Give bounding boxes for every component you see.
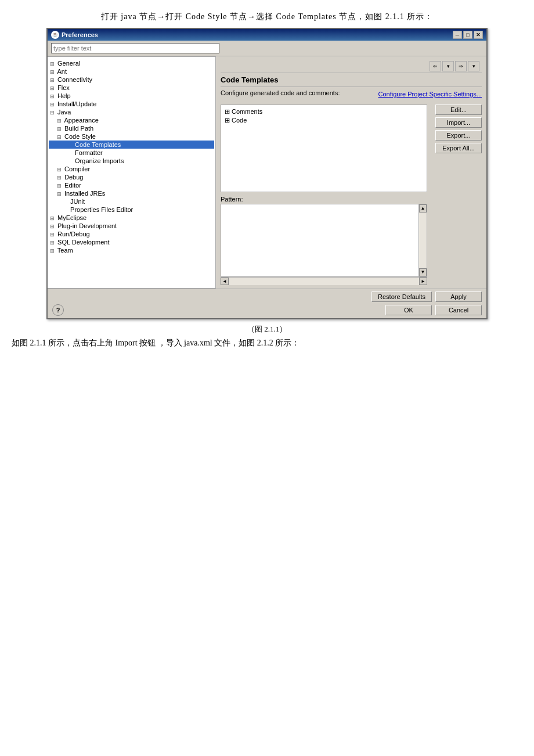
expander-icon: ⊞ [50,215,56,221]
tree-label: Appearance [64,117,98,124]
scroll-left-btn[interactable]: ◄ [221,278,229,285]
home-toolbar-btn[interactable]: ⇒ [455,61,467,71]
tree-label: Install/Update [57,100,96,107]
tree-item-ant[interactable]: ⊞ Ant [49,67,214,75]
expander-icon: ⊞ [57,118,63,124]
tree-item-run-debug[interactable]: ⊞ Run/Debug [49,230,214,238]
scroll-up-btn[interactable]: ▲ [419,204,427,213]
code-tree-code[interactable]: ⊞ Code [223,116,424,125]
restore-defaults-button[interactable]: Restore Defaults [371,291,432,302]
tree-label: General [57,60,80,67]
footer-row1: Restore Defaults Apply [52,291,482,302]
toolbar-area: ⇐ ▾ ⇒ ▾ [221,60,482,73]
cancel-button[interactable]: Cancel [435,305,482,315]
apply-button[interactable]: Apply [435,291,482,302]
tree-item-general[interactable]: ⊞ General [49,59,214,67]
vertical-scrollbar[interactable]: ▲ ▼ [418,204,427,277]
tree-label: Java [57,109,71,116]
edit-button[interactable]: Edit... [435,105,482,115]
dialog-main: ⊞ General ⊞ Ant ⊞ Connectivity ⊞ Flex ⊞ [48,56,486,289]
code-tree: ⊞ Comments ⊞ Code [221,105,427,192]
expander-icon: ⊞ [225,117,230,124]
tree-item-connectivity[interactable]: ⊞ Connectivity [49,75,214,84]
expander-icon: ⊞ [57,175,63,181]
dialog-title: Preferences [62,31,98,38]
header-text: 打开 java 节点→打开 Code Style 节点→选择 Code Temp… [12,12,522,22]
forward-toolbar-btn[interactable]: ▾ [442,61,454,71]
content-panel: ⇐ ▾ ⇒ ▾ Code Templates Configure generat… [216,56,486,289]
tree-label: Code [232,117,247,124]
tree-label: Comments [232,108,262,115]
tree-item-prop-files-editor[interactable]: Properties Files Editor [49,206,214,214]
content-title: Code Templates [221,75,482,87]
tree-label: Properties Files Editor [70,206,133,213]
tree-item-compiler[interactable]: ⊞ Compiler [49,165,214,173]
import-button[interactable]: Import... [435,117,482,128]
expander-icon: ⊞ [57,191,63,197]
tree-label: Help [57,92,71,99]
tree-item-editor[interactable]: ⊞ Editor [49,181,214,189]
tree-label: Installed JREs [64,190,105,197]
minimize-button[interactable]: ─ [453,31,462,39]
export-button[interactable]: Export... [435,130,482,141]
tree-item-organize-imports[interactable]: Organize Imports [49,157,214,165]
dialog-titlebar: ☕ Preferences ─ □ ✕ [48,29,486,41]
tree-label: Formatter [75,149,103,156]
horizontal-scrollbar[interactable]: ◄ ► [221,277,427,285]
tree-label: Plug-in Development [57,222,117,229]
tree-item-flex[interactable]: ⊞ Flex [49,84,214,92]
tree-item-myeclipse[interactable]: ⊞ MyEclipse [49,214,214,222]
expander-icon: ⊞ [50,102,56,107]
tree-label: Ant [57,68,67,75]
filter-row [48,41,486,56]
tree-item-help[interactable]: ⊞ Help [49,92,214,100]
ok-button[interactable]: OK [385,305,432,315]
code-area-row: ⊞ Comments ⊞ Code Pattern: [221,105,482,285]
tree-item-appearance[interactable]: ⊞ Appearance [49,116,214,124]
tree-item-formatter[interactable]: Formatter [49,149,214,157]
action-buttons: Edit... Import... Export... Export All..… [435,105,482,285]
pattern-box[interactable]: ▲ ▼ [221,204,427,278]
tree-item-java[interactable]: ⊟ Java [49,108,214,116]
tree-item-code-style[interactable]: ⊟ Code Style [49,132,214,141]
expander-icon: ⊞ [50,248,56,254]
filter-input[interactable] [51,43,219,53]
expander-icon: ⊞ [50,69,56,75]
scroll-right-btn[interactable]: ► [419,278,427,285]
expander-icon: ⊞ [57,126,63,132]
tree-item-build-path[interactable]: ⊞ Build Path [49,124,214,132]
tree-label: Connectivity [57,76,92,83]
tree-item-installed-jres[interactable]: ⊞ Installed JREs [49,189,214,197]
close-button[interactable]: ✕ [474,31,483,39]
preferences-dialog: ☕ Preferences ─ □ ✕ ⊞ General ⊞ Ant [46,28,488,319]
scroll-down-btn[interactable]: ▼ [419,268,427,276]
tree-label: Editor [64,182,81,189]
scroll-track-h [229,278,419,285]
maximize-button[interactable]: □ [463,31,472,39]
content-description: Configure generated code and comments: [221,89,340,96]
expander-icon: ⊞ [50,224,56,229]
configure-link[interactable]: Configure Project Specific Settings... [378,91,482,98]
expander-icon: ⊞ [50,61,56,67]
tree-label: Build Path [64,125,93,132]
extra-toolbar-btn[interactable]: ▾ [468,61,479,71]
tree-label: Organize Imports [75,157,124,164]
expander-icon: ⊞ [57,183,63,189]
footer-buttons-right: OK Cancel [385,305,482,315]
tree-item-team[interactable]: ⊞ Team [49,246,214,254]
dialog-body: ⊞ General ⊞ Ant ⊞ Connectivity ⊞ Flex ⊞ [48,41,486,318]
expander-icon: ⊞ [50,77,56,83]
scroll-track [419,213,427,269]
tree-item-junit[interactable]: JUnit [49,197,214,206]
expander-icon: ⊟ [57,134,63,140]
export-all-button[interactable]: Export All... [435,143,482,153]
code-tree-comments[interactable]: ⊞ Comments [223,107,424,116]
tree-item-sql-dev[interactable]: ⊞ SQL Development [49,238,214,246]
tree-item-code-templates[interactable]: Code Templates [49,141,214,149]
tree-item-install-update[interactable]: ⊞ Install/Update [49,100,214,108]
tree-label: Debug [64,174,83,181]
back-toolbar-btn[interactable]: ⇐ [430,61,441,71]
tree-item-plugin-dev[interactable]: ⊞ Plug-in Development [49,222,214,230]
tree-item-debug[interactable]: ⊞ Debug [49,173,214,181]
help-button[interactable]: ? [52,304,64,316]
